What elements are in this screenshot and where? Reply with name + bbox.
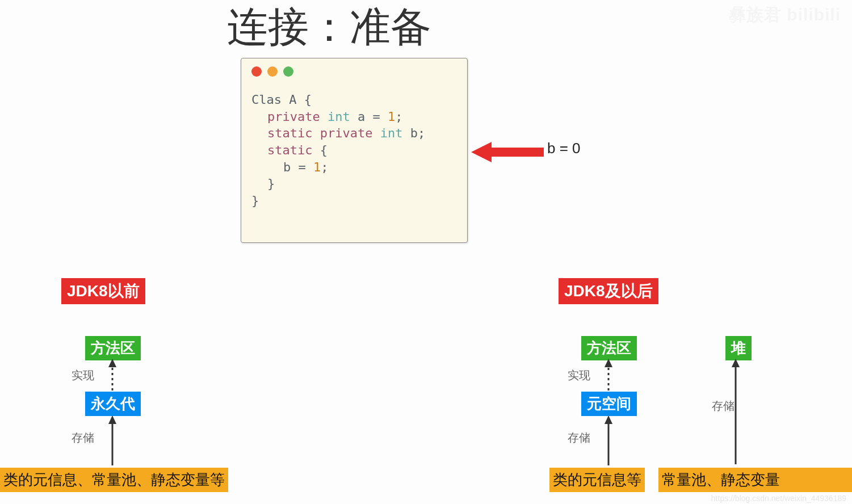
code-line: private int a = 1; xyxy=(251,108,457,125)
slide-title: 连接：准备 xyxy=(227,0,431,54)
svg-marker-0 xyxy=(471,142,544,162)
jdk8-before-header: JDK8以前 xyxy=(61,278,145,304)
method-area-box: 方法区 xyxy=(581,336,637,360)
window-controls xyxy=(241,58,467,81)
store-label: 存储 xyxy=(72,430,94,446)
code-line: Clas A { xyxy=(251,93,312,107)
svg-marker-2 xyxy=(108,359,116,367)
svg-marker-6 xyxy=(605,359,612,367)
impl-label: 实现 xyxy=(568,368,590,383)
code-line: } xyxy=(251,194,259,208)
code-line: b = 1; xyxy=(251,159,457,176)
arrow-annotation: b = 0 xyxy=(547,140,581,157)
watermark-top: 彝族君 bilibili xyxy=(729,3,841,27)
code-line: static private int b; xyxy=(251,125,457,142)
method-area-box: 方法区 xyxy=(85,336,141,360)
solid-arrow-icon xyxy=(603,415,614,467)
code-line: static { xyxy=(251,142,457,159)
impl-label: 实现 xyxy=(72,368,94,383)
svg-marker-8 xyxy=(732,359,740,367)
svg-marker-4 xyxy=(108,415,116,424)
close-icon xyxy=(251,66,262,77)
code-window: Clas A { private int a = 1; static priva… xyxy=(241,58,468,243)
storage-box: 类的元信息等 xyxy=(549,468,645,492)
jdk8-after-header: JDK8及以后 xyxy=(559,278,658,304)
dashed-arrow-icon xyxy=(603,359,614,392)
store-label: 存储 xyxy=(712,398,735,414)
store-label: 存储 xyxy=(568,430,590,446)
minimize-icon xyxy=(267,66,278,77)
code-line: } xyxy=(251,175,457,192)
maximize-icon xyxy=(283,66,293,77)
code-block: Clas A { private int a = 1; static priva… xyxy=(241,81,467,209)
storage-box: 常量池、静态变量 xyxy=(658,468,852,492)
solid-arrow-icon xyxy=(107,415,118,467)
metaspace-box: 元空间 xyxy=(581,392,637,416)
watermark-bottom: https://blog.csdn.net/weixin_44936189 xyxy=(711,494,846,503)
permgen-box: 永久代 xyxy=(85,392,141,416)
arrow-icon xyxy=(471,141,545,163)
svg-marker-10 xyxy=(605,415,612,424)
heap-box: 堆 xyxy=(725,336,752,360)
storage-box: 类的元信息、常量池、静态变量等 xyxy=(0,468,228,492)
dashed-arrow-icon xyxy=(107,359,118,392)
